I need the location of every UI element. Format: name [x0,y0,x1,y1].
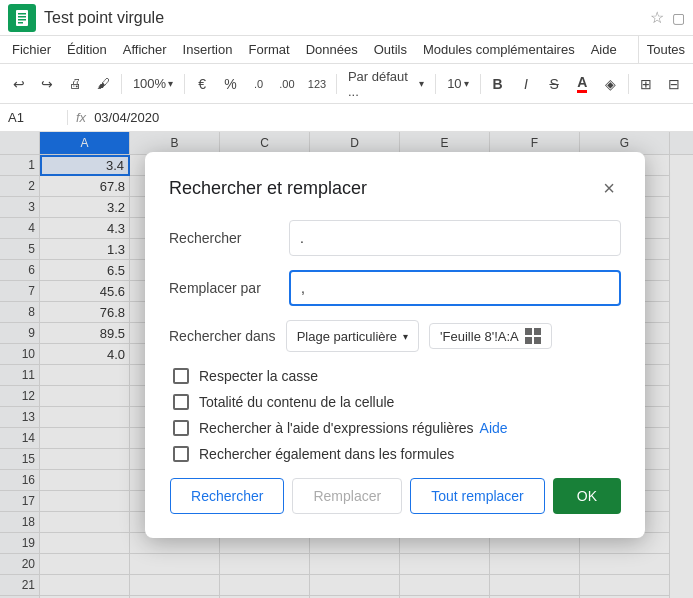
fill-color-icon: ◈ [605,76,616,92]
menu-insertion[interactable]: Insertion [175,40,241,59]
checkbox-rechercher-formules: Rechercher également dans les formules [169,446,621,462]
menu-modules[interactable]: Modules complémentaires [415,40,583,59]
redo-button[interactable]: ↪ [34,70,60,98]
search-button[interactable]: Rechercher [170,478,284,514]
toolbar-separator-2 [184,74,185,94]
document-title: Test point virgule [44,9,650,27]
font-name-chevron-icon: ▾ [419,78,424,89]
search-input[interactable] [289,220,621,256]
fill-color-button[interactable]: ◈ [597,70,623,98]
menu-fichier[interactable]: Fichier [4,40,59,59]
text-color-button[interactable]: A [569,70,595,98]
checkbox-respecter-casse-input[interactable] [173,368,189,384]
search-label: Rechercher [169,230,289,246]
search-in-row: Rechercher dans Plage particulière ▾ 'Fe… [169,320,621,352]
formula-bar: A1 fx 03/04/2020 [0,104,693,132]
undo-button[interactable]: ↩ [6,70,32,98]
font-size-chevron-icon: ▾ [464,78,469,89]
text-color-icon: A [577,74,587,93]
checkbox-expressions-regulieres: Rechercher à l'aide d'expressions réguli… [169,420,621,436]
ok-button[interactable]: OK [553,478,621,514]
svg-rect-4 [18,22,23,24]
formula-content: 03/04/2020 [94,110,159,125]
currency-button[interactable]: € [189,70,215,98]
checkbox-respecter-casse: Respecter la casse [169,368,621,384]
replace-label: Remplacer par [169,280,289,296]
font-size-value: 10 [447,76,461,91]
svg-rect-1 [18,13,26,15]
replace-row: Remplacer par [169,270,621,306]
checkbox-respecter-casse-label: Respecter la casse [199,368,318,384]
decimal00-button[interactable]: .00 [274,70,300,98]
cell-reference[interactable]: A1 [8,110,68,125]
decimal0-button[interactable]: .0 [246,70,272,98]
toolbar-separator-1 [121,74,122,94]
italic-button[interactable]: I [513,70,539,98]
font-name-value: Par défaut ... [348,69,417,99]
toolbar-separator-4 [435,74,436,94]
search-row: Rechercher [169,220,621,256]
menu-bar: Fichier Édition Afficher Insertion Forma… [0,36,693,64]
replace-button[interactable]: Remplacer [292,478,402,514]
sheets-logo-icon [13,9,31,27]
folder-icon[interactable]: ▢ [672,10,685,26]
replace-input[interactable] [289,270,621,306]
checkbox-rechercher-formules-input[interactable] [173,446,189,462]
dialog-title: Rechercher et remplacer [169,178,367,199]
menu-edition[interactable]: Édition [59,40,115,59]
aide-link[interactable]: Aide [480,420,508,436]
strikethrough-button[interactable]: S [541,70,567,98]
fx-icon: fx [76,110,86,125]
menu-donnees[interactable]: Données [298,40,366,59]
print-button[interactable]: 🖨 [62,70,88,98]
find-replace-dialog: Rechercher et remplacer × Rechercher Rem… [145,152,645,538]
range-tag: 'Feuille 8'!A:A [429,323,552,349]
menu-format[interactable]: Format [240,40,297,59]
dialog-footer: Rechercher Remplacer Tout remplacer OK [169,478,621,514]
checkbox-rechercher-formules-label: Rechercher également dans les formules [199,446,454,462]
toolbar-separator-6 [628,74,629,94]
range-tag-value: 'Feuille 8'!A:A [440,329,519,344]
toolbar-separator-3 [336,74,337,94]
menu-outils[interactable]: Outils [366,40,415,59]
replace-all-button[interactable]: Tout remplacer [410,478,545,514]
zoom-value: 100% [133,76,166,91]
menu-aide[interactable]: Aide [583,40,625,59]
font-name-dropdown[interactable]: Par défaut ... ▾ [341,70,431,98]
dialog-header: Rechercher et remplacer × [169,176,621,200]
format123-button[interactable]: 123 [302,70,332,98]
menu-toutes[interactable]: Toutes [638,36,693,63]
font-size-dropdown[interactable]: 10 ▾ [440,70,475,98]
grid-icon [525,328,541,344]
title-bar: Test point virgule ☆ ▢ [0,0,693,36]
range-dropdown[interactable]: Plage particulière ▾ [286,320,419,352]
range-chevron-icon: ▾ [403,331,408,342]
zoom-chevron-icon: ▾ [168,78,173,89]
checkbox-expressions-regulieres-input[interactable] [173,420,189,436]
toolbar: ↩ ↪ 🖨 🖌 100% ▾ € % .0 .00 123 Par défaut… [0,64,693,104]
checkbox-totalite-contenu-input[interactable] [173,394,189,410]
paint-format-button[interactable]: 🖌 [91,70,117,98]
range-dropdown-label: Plage particulière [297,329,397,344]
menu-afficher[interactable]: Afficher [115,40,175,59]
svg-rect-2 [18,16,26,18]
search-in-label: Rechercher dans [169,328,276,344]
toolbar-separator-5 [480,74,481,94]
checkbox-totalite-contenu-label: Totalité du contenu de la cellule [199,394,394,410]
zoom-dropdown[interactable]: 100% ▾ [126,70,180,98]
checkbox-expressions-regulieres-label: Rechercher à l'aide d'expressions réguli… [199,420,474,436]
dialog-close-button[interactable]: × [597,176,621,200]
bold-button[interactable]: B [485,70,511,98]
percent-button[interactable]: % [217,70,243,98]
checkbox-totalite-contenu: Totalité du contenu de la cellule [169,394,621,410]
merge-button[interactable]: ⊟ [661,70,687,98]
borders-button[interactable]: ⊞ [633,70,659,98]
star-icon[interactable]: ☆ [650,8,664,27]
svg-rect-3 [18,19,26,21]
app-icon [8,4,36,32]
svg-rect-0 [16,10,28,26]
